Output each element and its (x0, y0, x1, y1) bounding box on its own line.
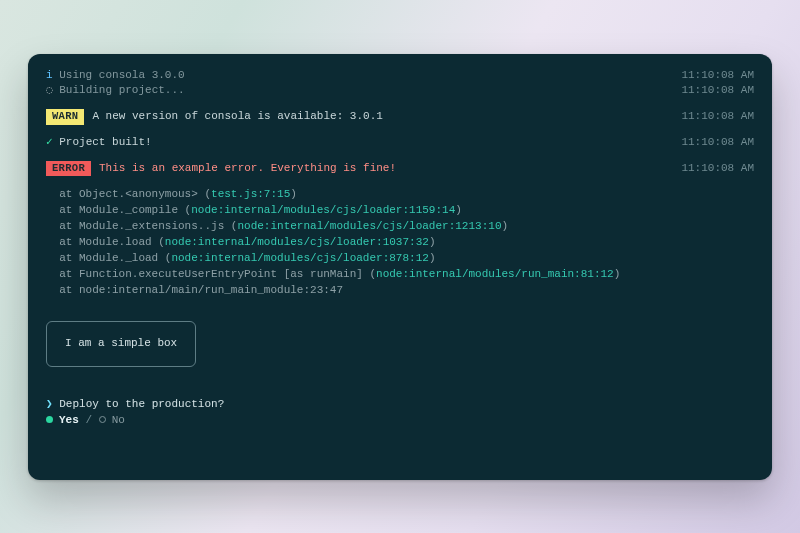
log-line-success: ✓ Project built! 11:10:08 AM (46, 135, 754, 151)
timestamp: 11:10:08 AM (681, 83, 754, 99)
stack-trace-line: at Module._compile (node:internal/module… (46, 203, 754, 219)
log-line-error: ERROR This is an example error. Everythi… (46, 161, 754, 177)
terminal-window: i Using consola 3.0.0 11:10:08 AM ◌ Buil… (28, 54, 772, 480)
box-text: I am a simple box (65, 337, 177, 349)
log-text: Building project... (59, 83, 681, 99)
check-icon: ✓ (46, 135, 53, 151)
prompt-option-no[interactable]: No (112, 413, 125, 429)
unselected-dot-icon (99, 416, 106, 423)
prompt-option-yes[interactable]: Yes (59, 413, 79, 429)
error-badge: ERROR (46, 161, 91, 176)
stack-trace-line: at node:internal/main/run_main_module:23… (46, 283, 754, 299)
stack-trace-line: at Module._extensions..js (node:internal… (46, 219, 754, 235)
option-separator: / (79, 413, 99, 429)
log-line-building: ◌ Building project... 11:10:08 AM (46, 83, 754, 99)
prompt-question: Deploy to the production? (59, 397, 224, 413)
warn-badge: WARN (46, 109, 84, 124)
log-text: A new version of consola is available: 3… (92, 109, 681, 125)
timestamp: 11:10:08 AM (681, 68, 754, 84)
stack-trace-line: at Module.load (node:internal/modules/cj… (46, 235, 754, 251)
spinner-icon: ◌ (46, 83, 53, 99)
timestamp: 11:10:08 AM (681, 109, 754, 125)
log-text: Project built! (59, 135, 681, 151)
prompt-caret-icon: ❯ (46, 397, 53, 413)
log-text: Using consola 3.0.0 (59, 68, 681, 84)
prompt-options[interactable]: Yes / No (46, 413, 754, 429)
error-text: This is an example error. Everything is … (99, 161, 681, 177)
timestamp: 11:10:08 AM (681, 161, 754, 177)
simple-box: I am a simple box (46, 321, 196, 367)
log-line-warn: WARN A new version of consola is availab… (46, 109, 754, 125)
stack-trace-line: at Module._load (node:internal/modules/c… (46, 251, 754, 267)
log-line-info: i Using consola 3.0.0 11:10:08 AM (46, 68, 754, 84)
stack-trace-line: at Function.executeUserEntryPoint [as ru… (46, 267, 754, 283)
timestamp: 11:10:08 AM (681, 135, 754, 151)
stack-trace-line: at Object.<anonymous> (test.js:7:15) (46, 187, 754, 203)
prompt-question-line: ❯ Deploy to the production? (46, 397, 754, 413)
stack-trace: at Object.<anonymous> (test.js:7:15) at … (46, 187, 754, 299)
selected-dot-icon (46, 416, 53, 423)
info-icon: i (46, 68, 53, 84)
